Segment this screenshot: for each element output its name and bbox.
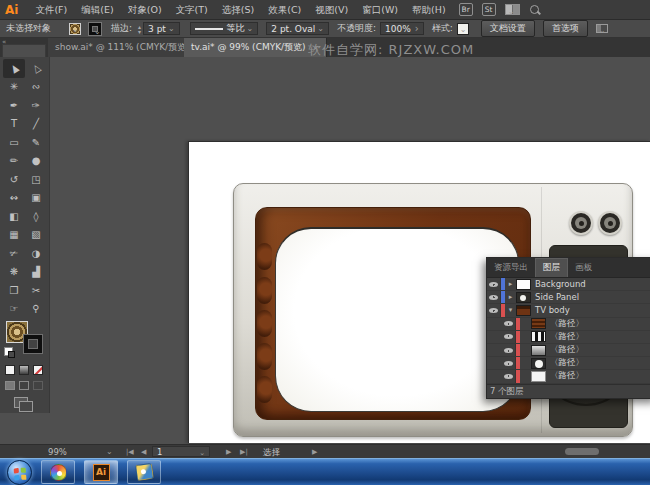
eyedropper-tool[interactable]: ✃ [3,244,25,263]
symbol-sprayer-tool[interactable]: ❋ [3,263,25,282]
menu-item-3[interactable]: 文字(T) [169,4,215,15]
layer-expand-icon[interactable]: ▸ [505,280,516,288]
status-flyout-icon[interactable]: ▶ [312,448,317,456]
zoom-dropdown-icon[interactable]: ⌄ [106,447,113,456]
paintbrush-tool[interactable]: ✎ [25,133,47,152]
stroke-stepper-icon[interactable]: ▴▾ [138,24,141,34]
panel-tab-画板[interactable]: 画板 [568,259,599,277]
slice-tool[interactable]: ✂ [25,281,47,300]
draw-behind-icon[interactable] [19,381,29,390]
document-setup-button[interactable]: 文档设置 [481,20,535,37]
rotate-tool[interactable]: ↺ [3,170,25,189]
workspace-switcher-icon[interactable] [505,4,520,15]
menu-item-0[interactable]: 文件(F) [28,4,74,15]
opacity-field[interactable]: 100% [380,22,424,35]
line-segment-tool[interactable]: ╱ [25,115,47,134]
fill-color-swatch[interactable] [69,23,81,35]
layer-expand-icon[interactable]: ▾ [505,306,516,314]
layer-visibility-toggle[interactable] [502,318,516,330]
perspective-grid-tool[interactable]: ◊ [25,207,47,226]
zoom-tool[interactable]: ⚲ [25,300,47,319]
shape-builder-tool[interactable]: ◧ [3,207,25,226]
menu-item-6[interactable]: 视图(V) [308,4,355,15]
search-icon[interactable] [529,4,541,16]
menu-item-7[interactable]: 窗口(W) [355,4,405,15]
brush-definition-select[interactable]: 2 pt. Oval [266,22,329,35]
panel-tab-资源导出[interactable]: 资源导出 [487,259,535,277]
default-fill-stroke-icon[interactable] [4,347,13,356]
layer-row-path-7[interactable]: 〈路径〉 [487,370,650,383]
tv-screen-shape[interactable] [275,227,519,412]
stock-icon[interactable]: St [482,3,496,16]
pencil-tool[interactable]: ✏ [3,152,25,171]
menu-item-1[interactable]: 编辑(E) [74,4,120,15]
lasso-tool[interactable]: ∾ [25,78,47,97]
change-screen-mode-icon[interactable] [14,397,28,408]
control-bar-menu-icon[interactable] [596,24,608,33]
gradient-button[interactable] [19,365,29,375]
selection-tool[interactable]: ▲ [3,59,25,78]
layer-row-path-5[interactable]: 〈路径〉 [487,344,650,357]
direct-selection-tool[interactable]: △ [25,59,47,78]
style-swatch[interactable] [457,23,469,35]
preferences-button[interactable]: 首选项 [543,20,588,37]
layer-visibility-toggle[interactable] [487,278,501,290]
menu-item-8[interactable]: 帮助(H) [405,4,453,15]
layer-visibility-toggle[interactable] [502,344,516,356]
layer-visibility-toggle[interactable] [487,291,501,303]
layer-row-background[interactable]: ▸Background [487,278,650,291]
stroke-color-swatch[interactable] [89,23,101,35]
taskbar-app-media[interactable] [41,460,75,484]
draw-normal-icon[interactable] [5,381,15,390]
gradient-tool[interactable]: ▧ [25,226,47,245]
start-button[interactable] [7,460,32,485]
draw-inside-icon[interactable] [33,381,43,390]
width-profile-select[interactable]: 等比 [190,22,259,35]
first-artboard-icon[interactable]: |◀ [126,448,134,456]
type-tool[interactable]: T [3,115,25,134]
layer-row-side-panel[interactable]: ▸Side Panel [487,291,650,304]
layer-visibility-toggle[interactable] [502,331,516,343]
layer-visibility-toggle[interactable] [502,357,516,369]
graph-tool[interactable]: ▟ [25,263,47,282]
layer-row-path-6[interactable]: 〈路径〉 [487,357,650,370]
magic-wand-tool[interactable]: ✳ [3,78,25,97]
layer-visibility-toggle[interactable] [487,304,501,316]
width-tool[interactable]: ↭ [3,189,25,208]
scale-tool[interactable]: ◳ [25,170,47,189]
taskbar-app-game[interactable] [127,460,161,484]
panel-tab-图层[interactable]: 图层 [535,258,568,277]
menu-item-2[interactable]: 对象(O) [121,4,169,15]
rectangle-tool[interactable]: ▭ [3,133,25,152]
blob-brush-tool[interactable]: ● [25,152,47,171]
free-transform-tool[interactable]: ▣ [25,189,47,208]
layer-row-path-4[interactable]: 〈路径〉 [487,331,650,344]
layer-row-tv-body[interactable]: ▾TV body [487,304,650,317]
stroke-swatch[interactable] [24,335,42,353]
curvature-tool[interactable]: ✑ [25,96,47,115]
mesh-tool[interactable]: ▦ [3,226,25,245]
none-button[interactable] [33,365,43,375]
tv-knob-shape[interactable] [598,211,622,235]
tv-knob-shape[interactable] [569,211,593,235]
layer-row-path-3[interactable]: 〈路径〉 [487,318,650,331]
horizontal-scrollbar-thumb[interactable] [565,448,599,455]
next-artboard-icon[interactable]: ▶ [226,448,231,456]
bridge-icon[interactable]: Br [459,3,473,16]
tools-dock-header[interactable] [2,44,46,57]
hand-tool[interactable]: ☞ [3,300,25,319]
artboard-navigation-select[interactable]: 1 [152,446,210,457]
layer-expand-icon[interactable]: ▸ [505,293,516,301]
taskbar-app-illustrator[interactable]: Ai [84,460,118,484]
layer-visibility-toggle[interactable] [502,370,516,382]
zoom-level-value[interactable]: 99% [48,447,67,457]
stroke-weight-field[interactable]: 3 pt [143,22,180,35]
menu-item-5[interactable]: 效果(C) [261,4,308,15]
color-button[interactable] [5,365,15,375]
last-artboard-icon[interactable]: ▶| [240,448,248,456]
artboard-tool[interactable]: ❐ [3,281,25,300]
pen-tool[interactable]: ✒ [3,96,25,115]
document-tab-tv[interactable]: tv.ai* @ 99% (CMYK/预览) × [184,38,327,57]
previous-artboard-icon[interactable]: ◀ [141,448,146,456]
blend-tool[interactable]: ◑ [25,244,47,263]
